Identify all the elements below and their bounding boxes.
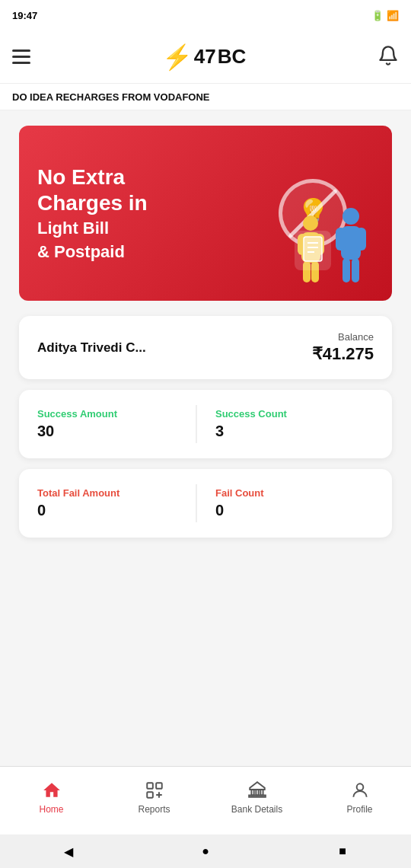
user-name-text: Aditya Trivedi C... (37, 340, 146, 355)
svg-rect-9 (356, 228, 366, 251)
fail-card: Total Fail Amount 0 Fail Count 0 (19, 469, 392, 538)
fail-count-label: Fail Count (215, 487, 374, 499)
balance-card: Aditya Trivedi C... Balance ₹41.275 (19, 316, 392, 379)
logo-bc-text: BC (218, 45, 247, 69)
success-amount-label: Success Amount (37, 408, 196, 420)
svg-rect-20 (256, 789, 258, 795)
person-figure-2 (332, 206, 370, 286)
bank-details-label: Bank Details (231, 804, 282, 815)
svg-rect-16 (147, 783, 153, 789)
ad-line2: Charges in (37, 190, 252, 216)
svg-rect-21 (260, 789, 263, 795)
ad-line1: No Extra (37, 164, 252, 190)
profile-icon (349, 780, 371, 801)
recent-icon: ■ (339, 844, 346, 858)
bottom-nav: Home Reports Bank Details (0, 766, 411, 834)
invoice-icon (295, 231, 331, 270)
android-home-button[interactable]: ● (196, 842, 215, 860)
time-display: 19:47 (12, 10, 37, 21)
success-card: Success Amount 30 Success Count 3 (19, 390, 392, 458)
ad-text-block: No Extra Charges in Light Bill & Postpai… (37, 164, 252, 262)
balance-label: Balance (312, 331, 374, 343)
svg-rect-12 (304, 237, 322, 261)
fail-amount-value: 0 (37, 502, 196, 519)
success-count-value: 3 (215, 423, 374, 440)
svg-rect-18 (147, 792, 153, 798)
reports-icon (144, 780, 165, 801)
logo-number: 47 (194, 45, 216, 69)
notification-button[interactable] (378, 45, 399, 69)
success-amount-value: 30 (37, 423, 196, 440)
success-stats: Success Amount 30 Success Count 3 (37, 405, 374, 443)
status-bar: 19:47 🔋 📶 (0, 0, 411, 30)
app-header: ⚡ 47 BC (0, 30, 411, 84)
svg-point-6 (342, 208, 359, 225)
home-icon (41, 780, 62, 801)
success-count-label: Success Count (215, 408, 374, 420)
ad-image: 💡 (252, 141, 374, 286)
fail-count-value: 0 (215, 502, 374, 519)
marquee-banner: DO IDEA RECHARGES FROM VODAFONE (0, 84, 411, 110)
back-icon: ◀ (64, 844, 73, 859)
svg-rect-11 (352, 258, 359, 282)
android-back-button[interactable]: ◀ (59, 842, 78, 860)
nav-item-profile[interactable]: Profile (308, 780, 411, 815)
fail-stats: Total Fail Amount 0 Fail Count 0 (37, 484, 374, 522)
battery-icon: 🔋 (371, 10, 384, 21)
fail-amount-block: Total Fail Amount 0 (37, 484, 196, 522)
hamburger-button[interactable] (12, 49, 30, 64)
balance-section: Balance ₹41.275 (312, 331, 374, 364)
marquee-text: DO IDEA RECHARGES FROM VODAFONE (12, 91, 210, 103)
user-name: Aditya Trivedi C... (37, 340, 146, 356)
profile-label: Profile (346, 804, 372, 815)
home-circle-icon: ● (202, 844, 209, 858)
svg-rect-19 (251, 789, 253, 795)
signal-icon: 📶 (387, 10, 399, 21)
android-recent-button[interactable]: ■ (333, 842, 352, 860)
ad-line3: Light Bill (37, 219, 252, 238)
android-nav-bar: ◀ ● ■ (0, 834, 411, 868)
svg-point-0 (303, 215, 318, 231)
ad-line4: & Postpaid (37, 242, 252, 262)
status-icons: 🔋 📶 (371, 10, 399, 21)
svg-rect-10 (342, 258, 350, 282)
svg-point-22 (356, 783, 363, 790)
svg-rect-17 (156, 783, 162, 789)
success-count-block: Success Count 3 (196, 405, 374, 443)
nav-item-bank-details[interactable]: Bank Details (206, 780, 308, 815)
svg-rect-8 (336, 228, 346, 251)
nav-item-home[interactable]: Home (0, 780, 103, 815)
app-logo: ⚡ 47 BC (162, 43, 246, 72)
home-label: Home (39, 804, 63, 815)
balance-amount: ₹41.275 (312, 344, 374, 364)
status-time: 19:47 (12, 10, 37, 21)
ad-banner: No Extra Charges in Light Bill & Postpai… (19, 126, 392, 301)
fail-count-block: Fail Count 0 (196, 484, 374, 522)
fail-amount-label: Total Fail Amount (37, 487, 196, 499)
logo-bolt-icon: ⚡ (162, 43, 193, 72)
success-amount-block: Success Amount 30 (37, 405, 196, 443)
nav-item-reports[interactable]: Reports (103, 780, 206, 815)
stats-section: Aditya Trivedi C... Balance ₹41.275 Succ… (0, 316, 411, 538)
bank-icon (247, 780, 268, 801)
reports-label: Reports (138, 804, 170, 815)
